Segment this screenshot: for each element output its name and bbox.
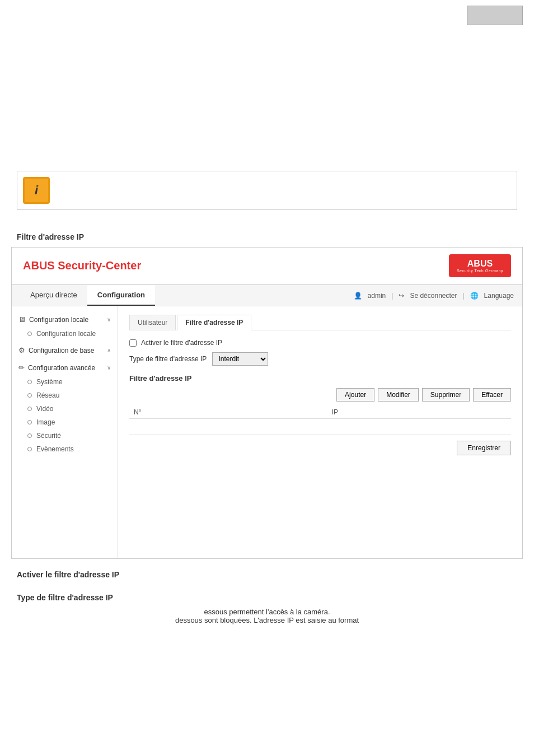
filter-page-title: Filtre d'adresse IP: [0, 232, 534, 241]
abus-logo: ABUS Security Tech Germany: [449, 254, 511, 277]
nav-sep-2: |: [462, 292, 464, 300]
top-bar: [0, 0, 534, 31]
logout-label[interactable]: Se déconnecter: [410, 292, 457, 300]
bottom-heading-1: Activer le filtre d'adresse IP: [17, 570, 517, 579]
table-header-ip: IP: [327, 406, 511, 419]
sidebar-section-advanced: ✏ Configuration avancée ∨ Système Réseau…: [12, 360, 118, 456]
empty-cell: [129, 419, 511, 424]
sub-label-config-locale: Configuration locale: [36, 330, 96, 338]
abus-brand-suffix: Security-Center: [55, 259, 142, 272]
language-icon: 🌐: [470, 292, 479, 300]
table-row-empty: [129, 419, 511, 424]
nav-bar: Aperçu directe Configuration 👤 admin | ↪…: [12, 285, 522, 306]
config-base-arrow: ∧: [107, 347, 111, 353]
main-panel: Utilisateur Filtre d'adresse IP Activer …: [118, 306, 522, 558]
sub-dot-securite: [27, 433, 32, 438]
empty-space: [0, 31, 534, 160]
filter-table-section: Filtre d'adresse IP Ajouter Modifier Sup…: [129, 374, 511, 423]
abus-brand-prefix: ABUS: [23, 259, 55, 272]
sidebar-item-config-locale[interactable]: 🖥 Configuration locale ∨: [12, 312, 118, 327]
save-row: Enregistrer: [129, 435, 511, 455]
info-icon-symbol: i: [35, 183, 38, 198]
sub-label-image: Image: [36, 418, 55, 426]
panel-tabs: Utilisateur Filtre d'adresse IP: [129, 315, 511, 330]
sub-dot-image: [27, 420, 32, 424]
sub-dot-reseau: [27, 393, 32, 398]
filter-type-label: Type de filtre d'adresse IP: [129, 355, 207, 363]
filter-enable-checkbox[interactable]: [129, 339, 137, 347]
panel-tab-utilisateur[interactable]: Utilisateur: [129, 315, 176, 330]
sub-dot-video: [27, 407, 32, 411]
info-section: i: [0, 160, 534, 224]
sidebar-section-base: ⚙ Configuration de base ∧: [12, 343, 118, 358]
language-label[interactable]: Language: [484, 292, 514, 300]
sidebar-sub-video[interactable]: Vidéo: [12, 402, 118, 416]
sidebar-sub-systeme[interactable]: Système: [12, 375, 118, 389]
sidebar-item-config-advanced[interactable]: ✏ Configuration avancée ∨: [12, 360, 118, 375]
sidebar-sub-image[interactable]: Image: [12, 416, 118, 429]
logout-icon: ↪: [399, 292, 404, 300]
content-area: 🖥 Configuration locale ∨ Configuration l…: [12, 306, 522, 558]
config-locale-label: Configuration locale: [29, 316, 107, 324]
config-locale-icon: 🖥: [18, 315, 26, 324]
config-locale-arrow: ∨: [107, 316, 111, 323]
admin-label: admin: [368, 292, 386, 300]
sidebar-item-config-base[interactable]: ⚙ Configuration de base ∧: [12, 343, 118, 358]
config-advanced-label: Configuration avancée: [28, 364, 107, 372]
sub-label-securite: Sécurité: [36, 432, 61, 440]
info-icon: i: [23, 177, 50, 204]
effacer-button[interactable]: Effacer: [473, 388, 511, 402]
info-box: i: [17, 171, 517, 210]
panel-tab-filtre-ip[interactable]: Filtre d'adresse IP: [177, 315, 251, 330]
save-button[interactable]: Enregistrer: [457, 441, 511, 455]
sub-label-systeme: Système: [36, 378, 63, 386]
tab-configuration[interactable]: Configuration: [87, 285, 155, 306]
modifier-button[interactable]: Modifier: [378, 388, 419, 402]
tab-apercu[interactable]: Aperçu directe: [20, 285, 87, 306]
config-base-label: Configuration de base: [29, 347, 107, 354]
supprimer-button[interactable]: Supprimer: [422, 388, 470, 402]
abus-header: ABUS Security-Center ABUS Security Tech …: [12, 248, 522, 285]
sidebar-sub-securite[interactable]: Sécurité: [12, 429, 118, 442]
abus-brand: ABUS Security-Center: [23, 259, 141, 272]
sub-dot-1: [27, 332, 32, 336]
config-advanced-arrow: ∨: [107, 365, 111, 371]
sidebar-sub-reseau[interactable]: Réseau: [12, 389, 118, 402]
sidebar-sub-evenements[interactable]: Evènements: [12, 442, 118, 456]
nav-sep-1: |: [391, 292, 393, 300]
filter-section-title: Filtre d'adresse IP: [129, 374, 511, 382]
filter-enable-label: Activer le filtre d'adresse IP: [141, 339, 222, 347]
sub-dot-evenements: [27, 447, 32, 451]
user-icon: 👤: [354, 292, 362, 300]
sub-label-reseau: Réseau: [36, 391, 59, 399]
nav-user: 👤 admin | ↪ Se déconnecter | 🌐 Language: [354, 292, 514, 300]
filter-table-body: [129, 419, 511, 424]
sidebar-section-local: 🖥 Configuration locale ∨ Configuration l…: [12, 312, 118, 340]
filter-type-row: Type de filtre d'adresse IP Interdit Aut…: [129, 352, 511, 366]
abus-logo-subtitle: Security Tech Germany: [457, 269, 503, 273]
filter-buttons: Ajouter Modifier Supprimer Effacer: [129, 388, 511, 402]
sidebar-sub-config-locale[interactable]: Configuration locale: [12, 327, 118, 340]
top-button[interactable]: [467, 6, 523, 25]
nav-tabs: Aperçu directe Configuration: [20, 285, 155, 306]
filter-table: N° IP: [129, 406, 511, 423]
camera-interface: ABUS Security-Center ABUS Security Tech …: [11, 247, 523, 559]
bottom-text-2: dessous sont bloquées. L'adresse IP est …: [17, 616, 517, 624]
table-header-no: N°: [129, 406, 327, 419]
ajouter-button[interactable]: Ajouter: [336, 388, 374, 402]
filter-enable-row: Activer le filtre d'adresse IP: [129, 339, 511, 347]
config-advanced-icon: ✏: [18, 363, 25, 372]
sub-dot-systeme: [27, 380, 32, 384]
config-base-icon: ⚙: [18, 346, 25, 354]
sub-label-video: Vidéo: [36, 405, 53, 413]
abus-logo-text: ABUS: [467, 259, 493, 269]
sidebar: 🖥 Configuration locale ∨ Configuration l…: [12, 306, 118, 558]
sub-label-evenements: Evènements: [36, 445, 74, 453]
bottom-text-1: essous permettent l'accès à la caméra.: [17, 608, 517, 616]
filter-type-select[interactable]: Interdit Autorisé: [212, 352, 268, 366]
bottom-heading-2: Type de filtre d'adresse IP: [17, 593, 517, 602]
bottom-section: Activer le filtre d'adresse IP Type de f…: [0, 559, 534, 636]
